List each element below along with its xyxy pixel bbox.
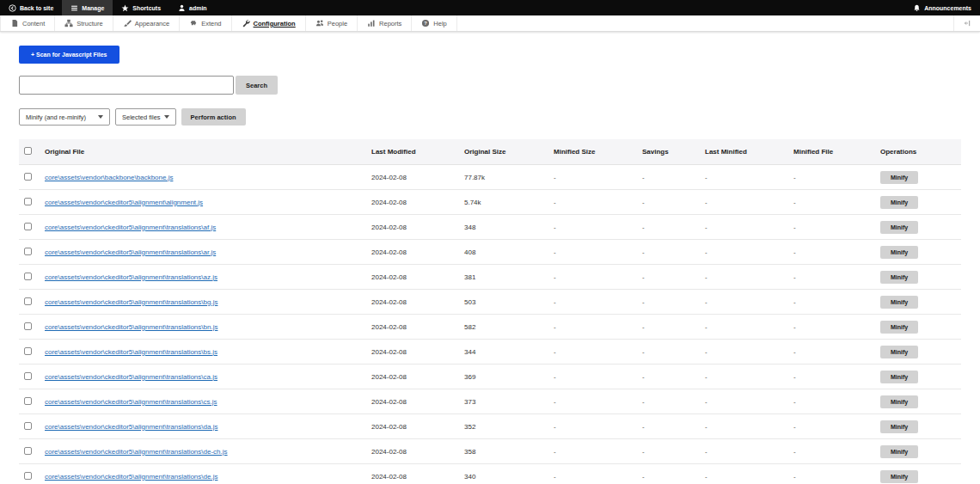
row-checkbox[interactable] <box>24 198 32 205</box>
search-button[interactable]: Search <box>236 76 278 95</box>
cell-minified-size: - <box>554 315 642 340</box>
announcements-label: Announcements <box>924 5 971 11</box>
cell-original-size: 348 <box>464 215 554 240</box>
menu-item-label: Appearance <box>135 20 169 28</box>
minify-button[interactable]: Minify <box>880 196 918 209</box>
row-checkbox[interactable] <box>24 472 32 480</box>
bell-icon <box>913 4 921 12</box>
cell-savings: - <box>642 439 705 464</box>
cell-last-minified: - <box>705 315 793 340</box>
row-checkbox[interactable] <box>24 397 32 405</box>
cell-minified-file: - <box>793 215 880 240</box>
back-to-site-button[interactable]: Back to site <box>0 0 62 15</box>
col-savings: Savings <box>642 139 705 165</box>
minify-button[interactable]: Minify <box>880 296 918 309</box>
minify-button[interactable]: Minify <box>880 246 918 259</box>
minify-button[interactable]: Minify <box>880 395 918 408</box>
shortcuts-tab[interactable]: Shortcuts <box>113 0 169 15</box>
cell-last-minified: - <box>705 414 793 439</box>
toolbar-orientation-toggle[interactable] <box>953 15 980 31</box>
row-checkbox[interactable] <box>24 223 32 230</box>
original-file-link[interactable]: core\assets\vendor\ckeditor5\alignment\t… <box>45 373 217 381</box>
cell-savings: - <box>642 290 705 315</box>
menu-item-appearance[interactable]: Appearance <box>113 15 180 31</box>
minify-button[interactable]: Minify <box>880 221 918 234</box>
original-file-link[interactable]: core\assets\vendor\ckeditor5\alignment\t… <box>45 273 217 281</box>
original-file-link[interactable]: core\assets\vendor\ckeditor5\alignment\t… <box>45 473 217 481</box>
cell-minified-size: - <box>554 215 642 240</box>
original-file-link[interactable]: core\assets\vendor\backbone\backbone.js <box>45 174 173 181</box>
original-file-link[interactable]: core\assets\vendor\ckeditor5\alignment\t… <box>45 348 217 356</box>
cell-last-modified: 2024-02-08 <box>371 215 464 240</box>
menu-item-reports[interactable]: Reports <box>358 15 412 31</box>
admin-user-label: admin <box>189 5 207 11</box>
select-all-checkbox[interactable] <box>24 147 32 155</box>
cell-last-modified: 2024-02-08 <box>371 464 464 484</box>
menu-item-label: Configuration <box>254 20 296 28</box>
original-file-link[interactable]: core\assets\vendor\ckeditor5\alignment\t… <box>45 398 217 406</box>
menu-item-label: Help <box>433 20 446 28</box>
announcements-button[interactable]: Announcements <box>904 0 980 15</box>
row-checkbox[interactable] <box>24 447 32 455</box>
row-checkbox[interactable] <box>24 273 32 280</box>
row-checkbox[interactable] <box>24 297 32 305</box>
row-checkbox[interactable] <box>24 248 32 255</box>
minify-button[interactable]: Minify <box>880 171 918 184</box>
cell-last-modified: 2024-02-08 <box>371 389 464 414</box>
barchart-icon <box>367 19 376 28</box>
original-file-link[interactable]: core\assets\vendor\ckeditor5\alignment\t… <box>45 224 216 231</box>
col-minified-size: Minified Size <box>554 139 642 165</box>
table-row: core\assets\vendor\ckeditor5\alignment\t… <box>19 439 961 464</box>
table-row: core\assets\vendor\ckeditor5\alignment\t… <box>19 240 961 265</box>
cell-last-modified: 2024-02-08 <box>371 414 464 439</box>
minify-button[interactable]: Minify <box>880 420 918 433</box>
row-checkbox[interactable] <box>24 347 32 355</box>
cell-savings: - <box>642 190 705 215</box>
row-checkbox[interactable] <box>24 422 32 430</box>
original-file-link[interactable]: core\assets\vendor\ckeditor5\alignment\a… <box>45 199 203 206</box>
admin-user-tab[interactable]: admin <box>169 0 216 15</box>
minify-button[interactable]: Minify <box>880 371 918 383</box>
original-file-link[interactable]: core\assets\vendor\ckeditor5\alignment\t… <box>45 448 228 456</box>
cell-original-size: 503 <box>464 290 554 315</box>
row-checkbox[interactable] <box>24 173 32 181</box>
table-row: core\assets\vendor\ckeditor5\alignment\t… <box>19 414 961 439</box>
original-file-link[interactable]: core\assets\vendor\ckeditor5\alignment\t… <box>45 323 217 331</box>
menu-item-structure[interactable]: Structure <box>55 15 113 31</box>
cell-last-modified: 2024-02-08 <box>371 265 464 290</box>
cell-minified-file: - <box>793 414 880 439</box>
menu-item-configuration[interactable]: Configuration <box>232 15 306 31</box>
cell-last-modified: 2024-02-08 <box>371 315 464 340</box>
menu-item-extend[interactable]: Extend <box>180 15 231 31</box>
cell-last-modified: 2024-02-08 <box>371 340 464 365</box>
perform-action-button[interactable]: Perform action <box>181 108 246 126</box>
original-file-link[interactable]: core\assets\vendor\ckeditor5\alignment\t… <box>45 248 216 256</box>
selected-files-dropdown[interactable]: Selected files <box>115 108 176 126</box>
sitemap-icon <box>64 19 73 28</box>
cell-original-size: 340 <box>464 464 554 484</box>
menu-item-help[interactable]: ?Help <box>412 15 456 31</box>
cell-last-modified: 2024-02-08 <box>371 190 464 215</box>
minify-button[interactable]: Minify <box>880 470 918 483</box>
minify-button[interactable]: Minify <box>880 346 918 358</box>
cell-savings: - <box>642 414 705 439</box>
col-original-size: Original Size <box>464 139 554 165</box>
original-file-link[interactable]: core\assets\vendor\ckeditor5\alignment\t… <box>45 298 217 306</box>
original-file-link[interactable]: core\assets\vendor\ckeditor5\alignment\t… <box>45 423 217 431</box>
minify-button[interactable]: Minify <box>880 271 918 284</box>
search-input[interactable] <box>19 76 234 95</box>
menu-item-content[interactable]: Content <box>0 15 55 31</box>
row-checkbox[interactable] <box>24 372 32 380</box>
cell-original-size: 369 <box>464 365 554 389</box>
menu-item-people[interactable]: People <box>306 15 358 31</box>
scan-javascript-files-button[interactable]: + Scan for Javascript Files <box>19 46 119 64</box>
action-select[interactable]: Minify (and re-minify) <box>19 108 110 126</box>
row-checkbox[interactable] <box>24 322 32 330</box>
manage-tab[interactable]: Manage <box>62 0 113 15</box>
minify-button[interactable]: Minify <box>880 445 918 458</box>
table-row: core\assets\vendor\ckeditor5\alignment\t… <box>19 464 961 484</box>
minify-button[interactable]: Minify <box>880 321 918 334</box>
cell-last-minified: - <box>705 290 793 315</box>
cell-minified-file: - <box>793 340 880 365</box>
admin-menu-bar: ContentStructureAppearanceExtendConfigur… <box>0 15 980 32</box>
